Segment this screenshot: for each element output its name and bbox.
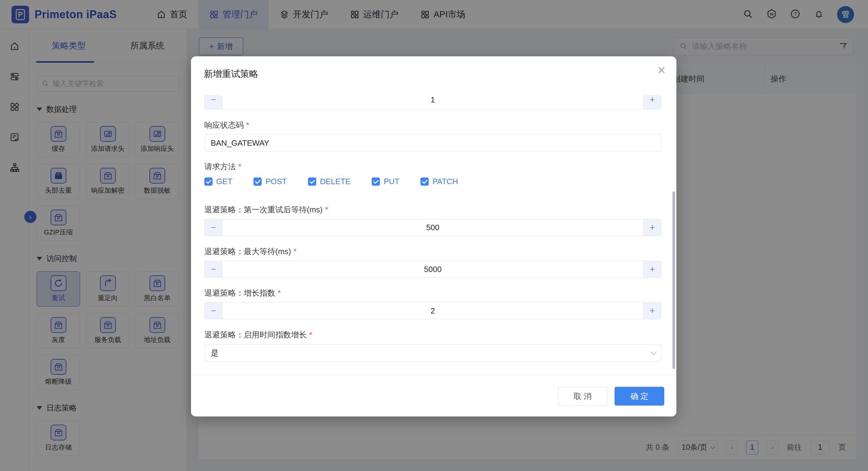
enable-exponent-select[interactable]: 是: [204, 344, 661, 361]
method-checkbox-DELETE[interactable]: DELETE: [308, 177, 350, 186]
status-code-label: 响应状态码*: [204, 120, 249, 131]
checkbox-checked-icon: [204, 177, 213, 186]
select-value: 是: [211, 348, 219, 358]
modal-header: 新增重试策略 ×: [191, 56, 676, 95]
decrement-button[interactable]: −: [205, 219, 222, 236]
chevron-down-icon: [651, 349, 657, 355]
label-text: 退避策略：最大等待(ms): [204, 247, 291, 256]
request-method-checkbox-group: GETPOSTDELETEPUTPATCH: [204, 175, 458, 188]
first-wait-label: 退避策略：第一次重试后等待(ms)*: [204, 204, 328, 215]
status-code-input[interactable]: [204, 134, 661, 152]
label-text: 退避策略：第一次重试后等待(ms): [204, 205, 322, 214]
method-checkbox-GET[interactable]: GET: [204, 177, 232, 186]
required-asterisk: *: [278, 288, 281, 297]
increment-button[interactable]: +: [643, 303, 661, 319]
method-label: PATCH: [432, 177, 458, 186]
label-text: 退避策略：启用时间指数增长: [204, 330, 307, 339]
close-icon[interactable]: ×: [657, 63, 665, 77]
method-label: GET: [216, 177, 232, 186]
growth-exponent-label: 退避策略：增长指数*: [204, 288, 281, 298]
checkbox-checked-icon: [308, 177, 316, 186]
method-label: PUT: [383, 177, 399, 186]
decrement-button[interactable]: −: [205, 303, 222, 319]
required-asterisk: *: [246, 121, 249, 130]
required-asterisk: *: [309, 330, 312, 339]
enable-exponent-label: 退避策略：启用时间指数增长*: [204, 330, 312, 340]
request-method-label: 请求方法*: [204, 162, 241, 172]
required-asterisk: *: [293, 247, 297, 256]
label-text: 响应状态码: [204, 121, 244, 130]
first-wait-value[interactable]: 500: [222, 219, 643, 236]
checkbox-checked-icon: [253, 177, 261, 186]
required-asterisk: *: [325, 205, 328, 214]
app-root: P Primeton iPaaS 首页 管理门户 开发门户 运维门户: [0, 0, 868, 471]
method-label: POST: [265, 177, 287, 186]
cancel-button[interactable]: 取 消: [558, 387, 607, 406]
increment-button[interactable]: +: [643, 261, 661, 277]
checkbox-checked-icon: [372, 177, 380, 186]
modal-title: 新增重试策略: [204, 68, 258, 80]
required-asterisk: *: [238, 162, 241, 171]
confirm-button[interactable]: 确 定: [615, 387, 664, 406]
max-wait-stepper: − 5000 +: [204, 261, 661, 278]
modal-footer: 取 消 确 定: [191, 375, 676, 416]
label-text: 请求方法: [204, 162, 236, 171]
method-checkbox-PATCH[interactable]: PATCH: [421, 177, 458, 186]
growth-exponent-stepper: − 2 +: [204, 302, 661, 319]
method-label: DELETE: [320, 177, 350, 186]
modal-scrollbar[interactable]: [673, 192, 675, 369]
max-wait-value[interactable]: 5000: [222, 261, 643, 277]
first-wait-stepper: − 500 +: [204, 219, 661, 236]
max-wait-label: 退避策略：最大等待(ms)*: [204, 246, 297, 257]
method-checkbox-POST[interactable]: POST: [253, 177, 287, 186]
method-checkbox-PUT[interactable]: PUT: [372, 177, 399, 186]
growth-exponent-value[interactable]: 2: [222, 303, 643, 319]
decrement-button[interactable]: −: [205, 261, 222, 277]
increment-button[interactable]: +: [643, 219, 661, 236]
label-text: 退避策略：增长指数: [204, 288, 275, 297]
checkbox-checked-icon: [421, 177, 429, 186]
add-retry-policy-modal: − 1 + 响应状态码* 请求方法* GETPOSTDELETEPUTPATCH…: [191, 56, 676, 416]
